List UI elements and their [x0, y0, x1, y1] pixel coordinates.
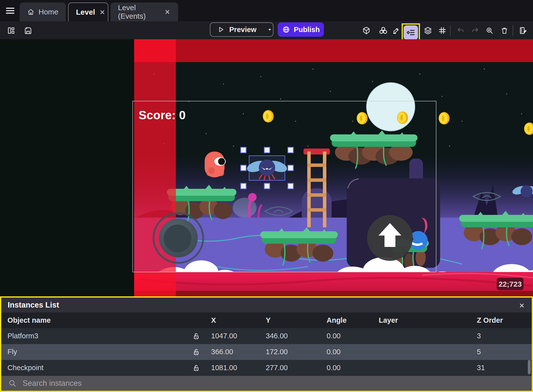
tab-home-label: Home: [38, 8, 58, 16]
col-object-name: Object name: [7, 316, 191, 324]
zoom-in-icon[interactable]: [484, 25, 495, 36]
trash-icon[interactable]: [499, 25, 510, 36]
instance-angle: 0.00: [327, 364, 379, 372]
unlocked-padlock-icon[interactable]: [191, 363, 201, 373]
objects-icon[interactable]: [378, 25, 389, 36]
search-bar: [1, 376, 532, 391]
scene-events-edit-icon[interactable]: [518, 25, 529, 36]
instance-x: 1047.00: [211, 332, 266, 340]
redo-icon[interactable]: [469, 25, 481, 36]
instance-z: 31: [477, 364, 532, 372]
tab-home[interactable]: Home: [20, 2, 66, 21]
selection-handle: [241, 147, 246, 153]
undo-icon[interactable]: [455, 25, 466, 36]
tab-level-events[interactable]: Level (Events): [111, 2, 178, 21]
selection-handle: [241, 183, 246, 189]
play-icon: [217, 26, 225, 34]
selection-handle: [288, 183, 293, 189]
col-y: Y: [266, 316, 327, 324]
instance-x: 366.00: [211, 348, 266, 356]
panel-title: Instances List: [8, 301, 59, 310]
tab-level[interactable]: Level: [68, 2, 108, 21]
instance-z: 3: [477, 332, 532, 340]
chevron-down-icon[interactable]: [263, 26, 277, 33]
save-icon[interactable]: [22, 25, 34, 36]
col-z-order: Z Order: [477, 316, 532, 324]
toolbar-divider: [513, 25, 513, 36]
publish-button[interactable]: Publish: [278, 22, 324, 37]
col-layer: Layer: [379, 316, 477, 324]
preview-label: Preview: [229, 26, 257, 34]
instance-z: 5: [477, 348, 532, 356]
toolbar-divider: [450, 25, 451, 36]
col-angle: Angle: [327, 316, 379, 324]
table-row[interactable]: Platform3 1047.00 346.00 0.00 3: [1, 328, 532, 344]
menu-hamburger-icon[interactable]: [4, 5, 16, 16]
search-icon: [8, 379, 17, 388]
layers-icon[interactable]: [422, 25, 434, 36]
unlocked-padlock-icon[interactable]: [191, 331, 201, 341]
cube-3d-icon[interactable]: [361, 25, 372, 36]
tab-events-close-icon[interactable]: [164, 8, 171, 16]
instance-name: Fly: [7, 348, 191, 356]
pencil-icon[interactable]: [390, 25, 402, 36]
globe-icon: [282, 25, 290, 34]
cursor-coordinates-badge: 22;723: [498, 280, 522, 288]
instance-y: 346.00: [266, 332, 327, 340]
tab-level-label: Level: [76, 8, 95, 16]
selection-handle: [288, 165, 293, 171]
panel-title-bar: Instances List: [1, 298, 532, 313]
instance-name: Platform3: [7, 332, 191, 340]
tab-bar: Home Level Level (Events): [0, 0, 533, 21]
layout-icon[interactable]: [5, 25, 17, 36]
tab-events-label: Level (Events): [118, 3, 160, 20]
instance-angle: 0.00: [327, 332, 379, 340]
col-x: X: [211, 316, 266, 324]
score-text: Score: 0: [139, 109, 186, 122]
selection-handle: [264, 183, 270, 189]
publish-label: Publish: [294, 26, 320, 34]
instance-name: Checkpoint: [7, 364, 191, 372]
panel-close-icon[interactable]: [517, 301, 526, 310]
instances-list-icon[interactable]: [404, 25, 418, 40]
selection-handle: [264, 147, 270, 153]
scene-canvas[interactable]: Score: 0 22;723: [0, 39, 533, 296]
instances-list-toolbar-highlight[interactable]: [402, 23, 420, 42]
instance-angle: 0.00: [327, 348, 379, 356]
tab-level-close-icon[interactable]: [99, 8, 106, 16]
scene-artwork: Score: 0 22;723: [0, 39, 533, 296]
selection-handle: [288, 147, 293, 153]
preview-button[interactable]: Preview: [210, 22, 273, 37]
search-instances-input[interactable]: [23, 379, 525, 388]
instance-y: 172.00: [266, 348, 327, 356]
selection-handle: [241, 165, 246, 171]
grid-icon[interactable]: [437, 25, 448, 36]
instances-list-panel: Instances List Object name X Y Angle Lay…: [0, 296, 533, 392]
instance-y: 277.00: [266, 364, 327, 372]
scrollbar-thumb[interactable]: [528, 360, 531, 374]
unlocked-padlock-icon[interactable]: [191, 347, 201, 357]
table-row[interactable]: Checkpoint 1081.00 277.00 0.00 31: [1, 360, 532, 376]
home-icon: [27, 7, 35, 16]
instance-x: 1081.00: [211, 364, 266, 372]
instances-rows: Platform3 1047.00 346.00 0.00 3 Fly 366.…: [1, 328, 532, 376]
table-row[interactable]: Fly 366.00 172.00 0.00 5: [1, 344, 532, 360]
table-header: Object name X Y Angle Layer Z Order: [1, 313, 532, 328]
